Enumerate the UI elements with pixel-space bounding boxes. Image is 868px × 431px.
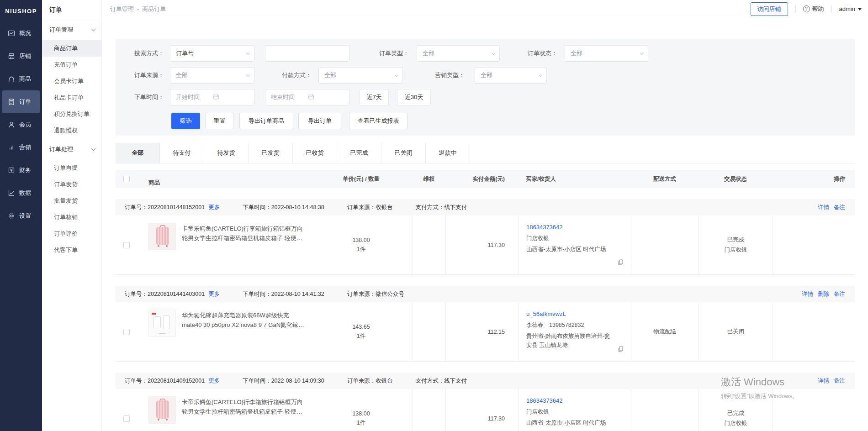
status-cell: 已完成 门店收银 bbox=[699, 216, 773, 274]
sidebar-item-order-shipping[interactable]: 订单发货 bbox=[42, 176, 101, 193]
remark-link[interactable]: 备注 bbox=[834, 290, 845, 298]
delivery-cell bbox=[631, 216, 699, 274]
view-reports-button[interactable]: 查看已生成报表 bbox=[349, 113, 408, 129]
tab-received[interactable]: 已收货 bbox=[293, 143, 337, 163]
nav-item-orders[interactable]: 订单 bbox=[2, 90, 40, 113]
order-row: 华为氮化镓超薄充电器原装66W超级快充mate40 30 p50pro X2 n… bbox=[116, 302, 855, 362]
order-more-link[interactable]: 更多 bbox=[208, 204, 220, 210]
buyer-receiver: 李德春 13985782832 bbox=[526, 321, 614, 330]
copy-icon[interactable] bbox=[617, 259, 624, 268]
export-order-goods-button[interactable]: 导出订单商品 bbox=[239, 113, 293, 129]
tab-all[interactable]: 全部 bbox=[116, 143, 160, 163]
nav-item-settings[interactable]: 设置 bbox=[2, 205, 40, 227]
sidebar-item-batch-shipping[interactable]: 批量发货 bbox=[42, 193, 101, 209]
remark-link[interactable]: 备注 bbox=[834, 204, 845, 211]
sidebar-item-gift-card-orders[interactable]: 礼品卡订单 bbox=[42, 89, 101, 106]
order-no: 202208101441403001 bbox=[148, 291, 205, 297]
order-more-link[interactable]: 更多 bbox=[208, 291, 220, 297]
product-image bbox=[148, 310, 176, 337]
tab-closed[interactable]: 已关闭 bbox=[381, 143, 426, 163]
nav-item-marketing[interactable]: 营销 bbox=[2, 136, 40, 159]
help-button[interactable]: ? 帮助 bbox=[803, 5, 824, 13]
nav-item-finance[interactable]: 财务 bbox=[2, 159, 40, 182]
order-time: 2022-08-10 14:41:32 bbox=[271, 291, 324, 297]
member-icon bbox=[7, 121, 16, 129]
nav-item-data[interactable]: 数据 bbox=[2, 182, 40, 205]
detail-link[interactable]: 详情 bbox=[818, 204, 829, 211]
order-row: 卡帝乐鳄鱼(CARTELO)行李箱旅行箱铝框万向轮男女学生拉杆箱密码箱登机箱皮箱… bbox=[116, 389, 855, 431]
row-checkbox[interactable] bbox=[123, 329, 130, 335]
promotion-type-select[interactable]: 全部 bbox=[475, 67, 547, 84]
sidebar-item-order-onbehalf[interactable]: 代客下单 bbox=[42, 242, 101, 258]
order-more-link[interactable]: 更多 bbox=[208, 378, 220, 384]
order-no-label: 订单号： bbox=[125, 291, 148, 297]
keyword-input[interactable] bbox=[265, 45, 349, 62]
pay-type-select[interactable]: 全部 bbox=[318, 67, 403, 84]
paid-amount-cell: 117.30 bbox=[445, 389, 519, 431]
last-7-days-button[interactable]: 近7天 bbox=[360, 89, 389, 105]
paid-amount-cell: 112.15 bbox=[445, 302, 519, 361]
user-menu[interactable]: admin bbox=[839, 5, 862, 12]
status-cell: 已完成 门店收银 bbox=[699, 389, 773, 431]
chevron-down-icon bbox=[91, 147, 96, 151]
search-mode-select[interactable]: 订单号 bbox=[170, 45, 254, 62]
action-cell bbox=[773, 302, 855, 361]
order-type-select[interactable]: 全部 bbox=[417, 45, 500, 62]
order-time-label: 下单时间： bbox=[243, 291, 271, 297]
order-time-label: 下单时间： bbox=[134, 93, 164, 101]
sidebar-item-order-pickup[interactable]: 订单自提 bbox=[42, 160, 101, 176]
end-date-input[interactable]: 结束时间 bbox=[265, 89, 349, 105]
copy-icon[interactable] bbox=[617, 346, 624, 355]
sidebar-item-order-verification[interactable]: 订单核销 bbox=[42, 209, 101, 226]
order-source-select[interactable]: 全部 bbox=[170, 67, 254, 84]
buyer-account-link[interactable]: 18634373642 bbox=[526, 396, 563, 405]
nav-item-overview[interactable]: 概况 bbox=[2, 22, 40, 45]
sidebar-item-member-card-orders[interactable]: 会员卡订单 bbox=[42, 73, 101, 89]
start-date-input[interactable]: 开始时间 bbox=[170, 89, 254, 105]
nav-item-shop[interactable]: 店铺 bbox=[2, 45, 40, 68]
tab-pending-shipment[interactable]: 待发货 bbox=[204, 143, 249, 163]
sidebar-item-recharge-orders[interactable]: 充值订单 bbox=[42, 57, 101, 73]
detail-link[interactable]: 详情 bbox=[802, 290, 813, 298]
order-source-label: 订单来源： bbox=[347, 204, 376, 210]
sidebar-item-order-reviews[interactable]: 订单评价 bbox=[42, 226, 101, 242]
submenu-group-order-processing[interactable]: 订单处理 bbox=[42, 139, 101, 160]
buyer-address: 山西省-太原市-小店区 时代广场 bbox=[526, 245, 614, 254]
tab-shipped[interactable]: 已发货 bbox=[249, 143, 293, 163]
product-image bbox=[148, 396, 176, 424]
tab-completed[interactable]: 已完成 bbox=[337, 143, 381, 163]
reset-button[interactable]: 重置 bbox=[206, 113, 233, 129]
nav-item-goods[interactable]: 商品 bbox=[2, 68, 40, 90]
secondary-sidebar: 订单 订单管理 商品订单 充值订单 会员卡订单 礼品卡订单 积分兑换订单 退款维… bbox=[42, 0, 102, 431]
select-all-checkbox[interactable] bbox=[123, 176, 130, 182]
order-group: 订单号：202208101409152001更多 下单时间：2022-08-10… bbox=[116, 373, 855, 431]
submenu-group-order-management[interactable]: 订单管理 bbox=[42, 19, 101, 40]
tab-refunding[interactable]: 退款中 bbox=[426, 143, 470, 163]
order-no: 202208101409152001 bbox=[148, 378, 205, 384]
order-header: 订单号：202208101409152001更多 下单时间：2022-08-10… bbox=[116, 373, 855, 389]
col-dispute: 维权 bbox=[413, 175, 445, 183]
sidebar-item-points-orders[interactable]: 积分兑换订单 bbox=[42, 106, 101, 122]
col-price-qty: 单价(元) / 数量 bbox=[310, 175, 413, 183]
tab-pending-payment[interactable]: 待支付 bbox=[160, 143, 204, 163]
filter-button[interactable]: 筛选 bbox=[171, 113, 200, 129]
remark-link[interactable]: 备注 bbox=[834, 377, 845, 385]
promotion-type-label: 营销类型： bbox=[435, 71, 465, 79]
delete-link[interactable]: 删除 bbox=[818, 290, 829, 298]
row-checkbox[interactable] bbox=[123, 415, 130, 422]
row-checkbox[interactable] bbox=[123, 242, 130, 248]
col-product: 商品 bbox=[138, 172, 310, 187]
last-30-days-button[interactable]: 近30天 bbox=[397, 89, 431, 105]
visit-shop-button[interactable]: 访问店铺 bbox=[751, 2, 788, 16]
nav-item-members[interactable]: 会员 bbox=[2, 113, 40, 136]
detail-link[interactable]: 详情 bbox=[818, 377, 829, 385]
buyer-account-link[interactable]: 18634373642 bbox=[526, 223, 563, 232]
buyer-account-link[interactable]: u_56afkmvwzL bbox=[526, 310, 566, 319]
order-pay-label: 支付方式： bbox=[416, 378, 445, 384]
export-orders-button[interactable]: 导出订单 bbox=[298, 113, 341, 129]
order-row: 卡帝乐鳄鱼(CARTELO)行李箱旅行箱铝框万向轮男女学生拉杆箱密码箱登机箱皮箱… bbox=[116, 216, 855, 275]
sidebar-item-goods-orders[interactable]: 商品订单 bbox=[42, 40, 101, 57]
order-status-select[interactable]: 全部 bbox=[565, 45, 648, 62]
order-time-label: 下单时间： bbox=[243, 378, 271, 384]
sidebar-item-refund-disputes[interactable]: 退款维权 bbox=[42, 122, 101, 139]
